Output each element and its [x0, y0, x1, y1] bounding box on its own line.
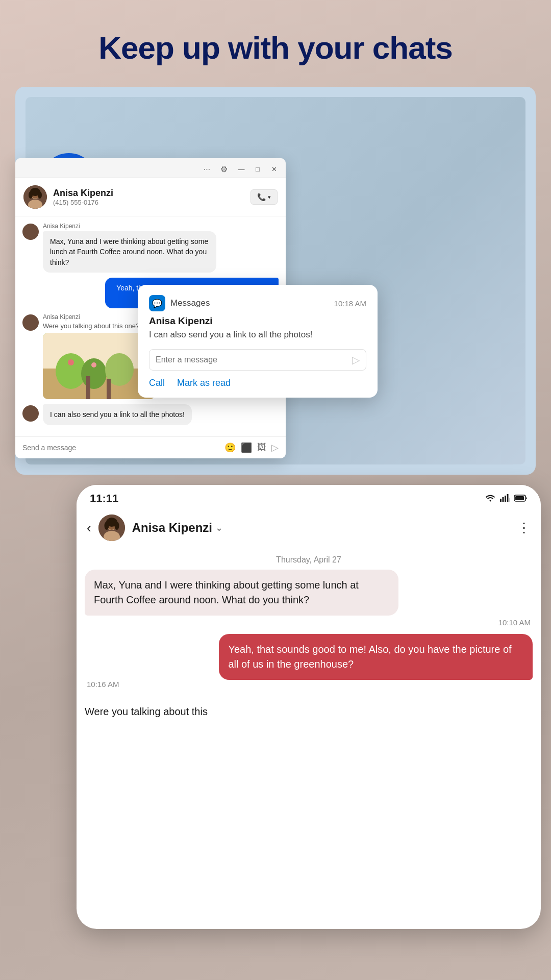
date-separator: Thursday, April 27 — [77, 547, 541, 570]
contact-name: Anisa Kipenzi — [53, 188, 251, 199]
notification-send-btn[interactable]: ▷ — [352, 354, 360, 366]
call-action-button[interactable]: Call — [149, 378, 165, 388]
contact-name-area: Anisa Kipenzi ⌄ — [132, 521, 223, 535]
window-minimize-btn[interactable]: — — [237, 164, 246, 174]
notification-header: 💬 Messages 10:18 AM — [149, 295, 366, 311]
message-avatar — [22, 314, 39, 331]
mobile-bubble: Yeah, that sounds good to me! Also, do y… — [219, 634, 533, 680]
svg-point-5 — [29, 191, 33, 199]
contact-info: Anisa Kipenzi (415) 555-0176 — [53, 188, 251, 206]
mobile-chat: Max, Yuna and I were thinking about gett… — [77, 570, 541, 706]
messages-app-icon: 💬 — [149, 295, 165, 311]
message-input[interactable] — [22, 444, 219, 452]
notification-sender: Anisa Kipenzi — [149, 315, 366, 327]
chat-icon: 💬 — [152, 299, 162, 308]
status-icons — [485, 494, 528, 504]
gif-icon[interactable]: ⬛ — [241, 442, 252, 453]
svg-rect-10 — [507, 494, 509, 502]
app-info: 💬 Messages — [149, 295, 210, 311]
message-time: 10:16 AM — [85, 680, 533, 689]
notification-reply-input[interactable] — [156, 355, 352, 364]
image-icon[interactable]: 🖼 — [257, 442, 266, 453]
notification-time: 10:18 AM — [334, 299, 366, 308]
svg-rect-7 — [500, 499, 502, 502]
message-content: Anisa Kipenzi Max, Yuna and I were think… — [43, 223, 216, 273]
message-bubble: I can also send you a link to all the ph… — [43, 404, 192, 425]
svg-rect-11 — [509, 498, 510, 502]
status-time: 11:11 — [90, 492, 118, 505]
notification-actions: Call Mark as read — [149, 378, 366, 388]
mobile-topbar: ‹ Anisa Kipenzi ⌄ ⋮ — [77, 509, 541, 547]
page-title: Keep up with your chats — [0, 31, 551, 65]
message-row: Anisa Kipenzi Max, Yuna and I were think… — [22, 223, 279, 273]
more-options-button[interactable]: ⋮ — [517, 520, 531, 536]
notification-reply-area: ▷ — [149, 349, 366, 371]
svg-rect-8 — [503, 497, 504, 502]
window-more-btn[interactable]: ⋯ — [202, 164, 211, 174]
mobile-contact-name: Anisa Kipenzi — [132, 521, 212, 535]
emoji-icon[interactable]: 🙂 — [224, 442, 236, 453]
app-name: Messages — [170, 298, 210, 308]
mobile-bubble: Max, Yuna and I were thinking about gett… — [85, 570, 398, 616]
message-avatar — [22, 224, 39, 240]
window-settings-btn[interactable]: ⚙ — [218, 163, 230, 175]
notification-message: I can also send you a link to all the ph… — [149, 329, 366, 341]
mobile-phone: 11:11 — [77, 485, 541, 929]
message-time: 10:10 AM — [85, 618, 533, 627]
message-avatar — [22, 405, 39, 422]
message-sender: Anisa Kipenzi — [43, 223, 216, 230]
message-content: I can also send you a link to all the ph… — [43, 404, 192, 425]
svg-point-6 — [38, 191, 42, 199]
signal-icon — [500, 494, 510, 504]
phone-icon: 📞 — [257, 193, 266, 201]
mobile-message-row: Yeah, that sounds good to me! Also, do y… — [85, 634, 533, 689]
call-button[interactable]: 📞 ▾ — [251, 189, 278, 205]
contact-dropdown-icon[interactable]: ⌄ — [215, 522, 223, 533]
message-bubble: Max, Yuna and I were thinking about gett… — [43, 231, 216, 273]
input-icons: 🙂 ⬛ 🖼 — [224, 442, 266, 453]
back-button[interactable]: ‹ — [87, 520, 91, 536]
message-row: I can also send you a link to all the ph… — [22, 404, 279, 425]
notification-popup: 💬 Messages 10:18 AM Anisa Kipenzi I can … — [138, 285, 378, 398]
svg-rect-9 — [505, 496, 506, 502]
mark-as-read-button[interactable]: Mark as read — [177, 378, 231, 388]
svg-rect-13 — [515, 496, 524, 500]
status-bar: 11:11 — [77, 485, 541, 509]
contact-avatar — [23, 185, 47, 209]
send-button[interactable]: ▷ — [271, 442, 279, 453]
window-titlebar: ⋯ ⚙ — □ ✕ — [15, 158, 286, 178]
contact-phone: (415) 555-0176 — [53, 199, 251, 206]
window-close-btn[interactable]: ✕ — [269, 164, 279, 174]
battery-icon — [514, 494, 528, 504]
wifi-icon — [485, 494, 496, 504]
svg-point-20 — [114, 522, 119, 530]
svg-point-19 — [104, 522, 109, 530]
message-input-area: 🙂 ⬛ 🖼 ▷ — [15, 436, 286, 458]
mobile-partial-message: Were you talking about this — [77, 706, 541, 723]
mobile-contact-avatar — [98, 514, 125, 541]
mobile-message-row: Max, Yuna and I were thinking about gett… — [85, 570, 533, 627]
window-maximize-btn[interactable]: □ — [253, 164, 262, 174]
call-dropdown-icon: ▾ — [268, 194, 271, 201]
contact-header: Anisa Kipenzi (415) 555-0176 📞 ▾ — [15, 178, 286, 216]
